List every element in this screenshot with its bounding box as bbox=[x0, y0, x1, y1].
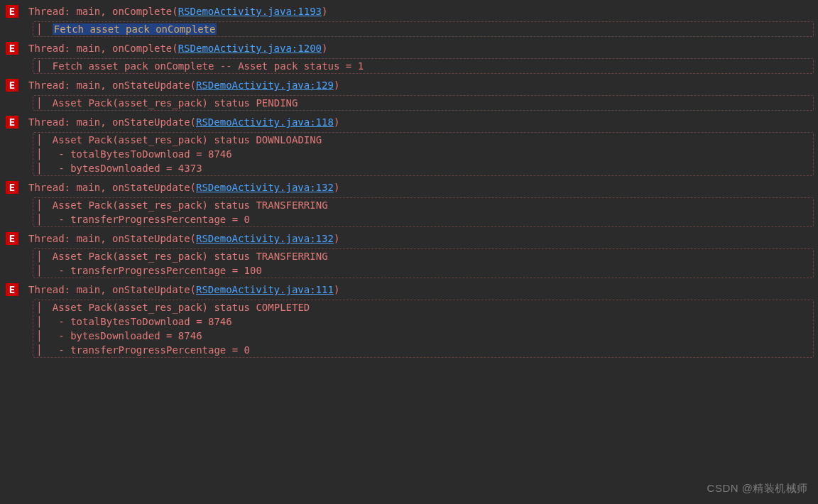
header-suffix: ) bbox=[334, 80, 339, 91]
pipe-icon: │ bbox=[33, 163, 53, 174]
header-prefix: Thread: main, onComplete( bbox=[28, 43, 178, 54]
message-line: │ Fetch asset pack onComplete bbox=[33, 22, 813, 36]
log-header: EThread: main, onStateUpdate(RSDemoActiv… bbox=[6, 115, 818, 129]
message-box: │ Asset Pack(asset_res_pack) status PEND… bbox=[33, 95, 814, 111]
log-container: EThread: main, onComplete(RSDemoActivity… bbox=[0, 0, 818, 366]
log-header: EThread: main, onStateUpdate(RSDemoActiv… bbox=[6, 231, 818, 246]
source-link[interactable]: RSDemoActivity.java:132 bbox=[196, 233, 334, 244]
message-text: - bytesDownloaded = 4373 bbox=[53, 163, 202, 174]
message-text: - totalBytesToDownload = 8746 bbox=[53, 316, 232, 327]
pipe-icon: │ bbox=[33, 214, 53, 225]
source-link[interactable]: RSDemoActivity.java:1193 bbox=[178, 6, 322, 17]
message-text: - transferProgressPercentage = 0 bbox=[53, 344, 250, 356]
log-header: EThread: main, onComplete(RSDemoActivity… bbox=[6, 4, 818, 18]
log-entry: EThread: main, onStateUpdate(RSDemoActiv… bbox=[6, 231, 818, 278]
watermark: CSDN @精装机械师 bbox=[707, 482, 808, 495]
level-badge: E bbox=[6, 232, 18, 245]
message-line: │ Asset Pack(asset_res_pack) status COMP… bbox=[33, 300, 813, 314]
highlighted-text: Fetch asset pack onComplete bbox=[53, 23, 217, 35]
header-suffix: ) bbox=[322, 6, 327, 17]
level-badge: E bbox=[6, 79, 18, 92]
message-box: │ Fetch asset pack onComplete -- Asset p… bbox=[33, 58, 814, 74]
header-prefix: Thread: main, onStateUpdate( bbox=[28, 80, 196, 91]
log-header: EThread: main, onStateUpdate(RSDemoActiv… bbox=[6, 180, 818, 195]
message-box: │ Asset Pack(asset_res_pack) status TRAN… bbox=[33, 197, 814, 227]
pipe-icon: │ bbox=[33, 60, 53, 72]
header-suffix: ) bbox=[334, 233, 339, 244]
message-box: │ Asset Pack(asset_res_pack) status TRAN… bbox=[33, 248, 814, 278]
message-text: - transferProgressPercentage = 0 bbox=[53, 214, 250, 225]
message-line: │ Asset Pack(asset_res_pack) status DOWN… bbox=[33, 133, 813, 147]
message-text: - bytesDownloaded = 8746 bbox=[53, 330, 202, 341]
level-badge: E bbox=[6, 5, 18, 18]
pipe-icon: │ bbox=[33, 134, 53, 146]
message-text: - totalBytesToDownload = 8746 bbox=[53, 148, 232, 160]
pipe-icon: │ bbox=[33, 251, 53, 262]
message-line: │ - bytesDownloaded = 4373 bbox=[33, 161, 813, 175]
header-suffix: ) bbox=[334, 116, 339, 128]
pipe-icon: │ bbox=[33, 23, 53, 35]
log-entry: EThread: main, onComplete(RSDemoActivity… bbox=[6, 4, 818, 37]
source-link[interactable]: RSDemoActivity.java:111 bbox=[196, 284, 334, 295]
log-entry: EThread: main, onStateUpdate(RSDemoActiv… bbox=[6, 78, 818, 111]
message-text: Asset Pack(asset_res_pack) status COMPLE… bbox=[53, 302, 310, 313]
message-line: │ - transferProgressPercentage = 0 bbox=[33, 343, 813, 357]
pipe-icon: │ bbox=[33, 344, 53, 356]
log-entry: EThread: main, onComplete(RSDemoActivity… bbox=[6, 41, 818, 74]
header-prefix: Thread: main, onStateUpdate( bbox=[28, 233, 196, 244]
level-badge: E bbox=[6, 181, 18, 194]
message-box: │ Fetch asset pack onComplete bbox=[33, 21, 814, 37]
message-line: │ Asset Pack(asset_res_pack) status TRAN… bbox=[33, 198, 813, 212]
log-header: EThread: main, onStateUpdate(RSDemoActiv… bbox=[6, 283, 818, 297]
pipe-icon: │ bbox=[33, 199, 53, 211]
log-header: EThread: main, onComplete(RSDemoActivity… bbox=[6, 41, 818, 55]
header-suffix: ) bbox=[334, 182, 339, 193]
message-text: Fetch asset pack onComplete -- Asset pac… bbox=[53, 60, 364, 72]
pipe-icon: │ bbox=[33, 97, 53, 109]
log-header: EThread: main, onStateUpdate(RSDemoActiv… bbox=[6, 78, 818, 92]
message-text: Asset Pack(asset_res_pack) status TRANSF… bbox=[53, 199, 328, 211]
source-link[interactable]: RSDemoActivity.java:129 bbox=[196, 80, 334, 91]
message-box: │ Asset Pack(asset_res_pack) status COMP… bbox=[33, 300, 814, 358]
level-badge: E bbox=[6, 42, 18, 55]
message-line: │ - bytesDownloaded = 8746 bbox=[33, 329, 813, 343]
pipe-icon: │ bbox=[33, 330, 53, 341]
header-prefix: Thread: main, onComplete( bbox=[28, 6, 178, 17]
message-line: │ - totalBytesToDownload = 8746 bbox=[33, 314, 813, 329]
message-text: Asset Pack(asset_res_pack) status PENDIN… bbox=[53, 97, 298, 109]
message-line: │ - transferProgressPercentage = 0 bbox=[33, 212, 813, 226]
log-entry: EThread: main, onStateUpdate(RSDemoActiv… bbox=[6, 115, 818, 176]
level-badge: E bbox=[6, 283, 18, 296]
pipe-icon: │ bbox=[33, 316, 53, 327]
header-suffix: ) bbox=[322, 43, 327, 54]
level-badge: E bbox=[6, 116, 18, 128]
pipe-icon: │ bbox=[33, 302, 53, 313]
header-prefix: Thread: main, onStateUpdate( bbox=[28, 284, 196, 295]
log-entry: EThread: main, onStateUpdate(RSDemoActiv… bbox=[6, 283, 818, 358]
message-line: │ Asset Pack(asset_res_pack) status PEND… bbox=[33, 96, 813, 110]
source-link[interactable]: RSDemoActivity.java:1200 bbox=[178, 43, 322, 54]
message-line: │ Asset Pack(asset_res_pack) status TRAN… bbox=[33, 249, 813, 263]
pipe-icon: │ bbox=[33, 148, 53, 160]
pipe-icon: │ bbox=[33, 265, 53, 276]
message-line: │ - totalBytesToDownload = 8746 bbox=[33, 147, 813, 161]
source-link[interactable]: RSDemoActivity.java:132 bbox=[196, 182, 334, 193]
message-box: │ Asset Pack(asset_res_pack) status DOWN… bbox=[33, 132, 814, 176]
message-text: Asset Pack(asset_res_pack) status DOWNLO… bbox=[53, 134, 322, 146]
log-entry: EThread: main, onStateUpdate(RSDemoActiv… bbox=[6, 180, 818, 227]
header-prefix: Thread: main, onStateUpdate( bbox=[28, 116, 196, 128]
message-text: - transferProgressPercentage = 100 bbox=[53, 265, 262, 276]
header-prefix: Thread: main, onStateUpdate( bbox=[28, 182, 196, 193]
message-text: Asset Pack(asset_res_pack) status TRANSF… bbox=[53, 251, 328, 262]
message-line: │ - transferProgressPercentage = 100 bbox=[33, 263, 813, 278]
header-suffix: ) bbox=[334, 284, 339, 295]
source-link[interactable]: RSDemoActivity.java:118 bbox=[196, 116, 334, 128]
message-line: │ Fetch asset pack onComplete -- Asset p… bbox=[33, 59, 813, 73]
